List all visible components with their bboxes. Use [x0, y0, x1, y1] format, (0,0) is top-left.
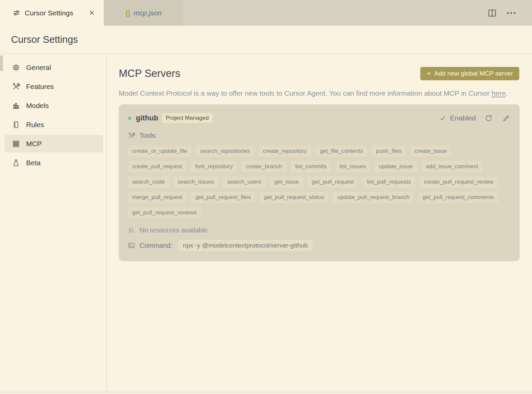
tool-tag: list_pull_requests: [363, 176, 415, 188]
tool-tag: add_issue_comment: [422, 161, 483, 172]
split-editor-icon[interactable]: [486, 7, 499, 19]
library-icon: [128, 227, 135, 234]
tab-mcp-json[interactable]: {} mcp.json: [104, 0, 183, 26]
sidebar-item-label: Models: [26, 102, 49, 110]
tool-tag: create_branch: [242, 161, 287, 172]
enabled-toggle[interactable]: Enabled: [439, 114, 476, 122]
tool-tag: get_pull_request_status: [260, 192, 329, 203]
sidebar-item-beta[interactable]: Beta: [5, 154, 103, 172]
ruler-icon: [12, 121, 20, 129]
tool-tag: create_issue: [410, 145, 451, 157]
no-resources-text: No resources available: [140, 226, 207, 234]
more-actions-icon[interactable]: [505, 7, 518, 19]
tool-tag: list_commits: [291, 161, 331, 172]
tools-icon: [12, 83, 20, 91]
sidebar-item-general[interactable]: General: [5, 59, 103, 76]
sliders-icon: [13, 9, 20, 17]
add-global-mcp-server-button[interactable]: + Add new global MCP server: [420, 67, 519, 80]
flask-icon: [12, 159, 20, 167]
mcp-server-card-github: github Project Managed Enabled: [119, 104, 520, 261]
close-icon[interactable]: [87, 8, 96, 17]
sidebar-item-label: Rules: [26, 121, 44, 129]
server-stack-icon: [12, 140, 20, 148]
tool-tag: get_issue: [270, 176, 303, 188]
tool-tag-list: create_or_update_filesearch_repositories…: [128, 145, 506, 218]
command-value: npx -y @modelcontextprotocol/server-gith…: [178, 240, 313, 251]
sidebar-item-mcp[interactable]: MCP: [5, 135, 103, 153]
tool-tag: search_users: [223, 176, 266, 188]
enabled-label: Enabled: [450, 114, 476, 122]
tool-tag: update_issue: [374, 161, 417, 172]
sidebar-item-label: General: [26, 64, 51, 72]
tool-tag: create_or_update_file: [128, 145, 191, 157]
tools-icon: [128, 132, 135, 139]
description-text: .: [506, 89, 508, 97]
add-button-label: Add new global MCP server: [434, 70, 513, 77]
edit-pencil-icon[interactable]: [502, 114, 511, 123]
tool-tag: create_pull_request_review: [420, 176, 498, 188]
description-text: Model Context Protocol is a way to offer…: [119, 89, 492, 97]
mcp-description: Model Context Protocol is a way to offer…: [119, 87, 511, 99]
sidebar-item-label: MCP: [26, 140, 42, 148]
plus-icon: +: [427, 70, 431, 77]
tab-bar-actions: [486, 0, 532, 26]
tool-tag: merge_pull_request: [128, 192, 187, 203]
sidebar-item-label: Features: [26, 83, 54, 91]
tool-tag: push_files: [372, 145, 406, 157]
command-label: Command:: [140, 242, 172, 250]
settings-sidebar: General Features Models: [0, 54, 107, 392]
bar-chart-icon: [12, 102, 20, 110]
tool-tag: create_repository: [259, 145, 311, 157]
sidebar-item-label: Beta: [26, 159, 40, 167]
editor-tab-bar: Cursor Settings {} mcp.json: [0, 0, 532, 26]
tool-tag: update_pull_request_branch: [333, 192, 414, 203]
terminal-icon: [128, 242, 135, 249]
tool-tag: get_pull_request_reviews: [128, 207, 201, 218]
sidebar-item-models[interactable]: Models: [5, 97, 103, 114]
tool-tag: get_pull_request_comments: [418, 192, 499, 203]
tab-label: Cursor Settings: [25, 9, 87, 17]
tool-tag: create_pull_request: [128, 161, 186, 172]
server-name: github: [136, 114, 158, 122]
tools-label: Tools:: [140, 132, 157, 139]
braces-icon: {}: [125, 9, 130, 17]
refresh-icon[interactable]: [484, 114, 493, 123]
project-managed-badge: Project Managed: [162, 113, 212, 123]
tab-label: mcp.json: [134, 9, 162, 17]
tool-tag: get_pull_request_files: [191, 192, 255, 203]
section-title: MCP Servers: [119, 68, 180, 80]
mcp-settings-panel: MCP Servers + Add new global MCP server …: [107, 54, 532, 392]
check-icon: [439, 114, 446, 122]
gear-icon: [12, 64, 20, 72]
here-link[interactable]: here: [492, 89, 506, 97]
sidebar-item-features[interactable]: Features: [5, 78, 103, 95]
server-status-dot: [128, 116, 131, 120]
tool-tag: search_repositories: [196, 145, 254, 157]
tool-tag: get_file_contents: [316, 145, 367, 157]
tool-tag: fork_repository: [191, 161, 237, 172]
page-title: Cursor Settings: [11, 34, 78, 45]
settings-header: Cursor Settings: [0, 26, 532, 54]
tool-tag: get_pull_request: [307, 176, 358, 188]
tool-tag: list_issues: [335, 161, 370, 172]
tool-tag: search_code: [128, 176, 169, 188]
tool-tag: search_issues: [173, 176, 218, 188]
sidebar-item-rules[interactable]: Rules: [5, 116, 103, 133]
status-bar-edge: [0, 392, 532, 394]
tab-cursor-settings[interactable]: Cursor Settings: [0, 0, 104, 26]
